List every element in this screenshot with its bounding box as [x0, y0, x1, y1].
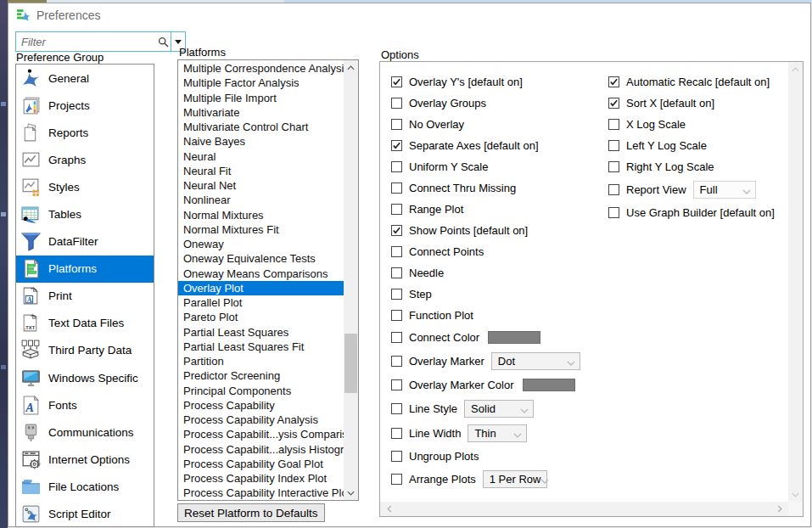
checkbox-line-style[interactable] — [391, 403, 402, 414]
platform-list-item-process-capability-goal-plot[interactable]: Process Capability Goal Plot — [178, 457, 344, 471]
reset-platform-button[interactable]: Reset Platform to Defaults — [177, 503, 325, 522]
platform-list-item-neural-fit[interactable]: Neural Fit — [178, 164, 344, 178]
color-swatch[interactable] — [488, 331, 540, 344]
tables-icon — [20, 204, 42, 225]
sidebar-item-label: File Locations — [48, 480, 119, 493]
platform-list-item-nonlinear[interactable]: Nonlinear — [178, 193, 344, 207]
platform-list-item-multivariate-control-chart[interactable]: Multivariate Control Chart — [178, 120, 344, 134]
platform-list-item-partial-least-squares-fit[interactable]: Partial Least Squares Fit — [178, 340, 344, 354]
options-horizontal-scrollbar[interactable] — [380, 502, 788, 516]
checkbox-connect-color[interactable] — [391, 332, 402, 343]
scroll-left-icon[interactable] — [382, 502, 396, 516]
fonts-icon: A — [20, 395, 42, 416]
dropdown-report-view[interactable]: Full — [693, 181, 756, 199]
sidebar-item-general[interactable]: General — [16, 65, 154, 92]
scroll-down-icon[interactable] — [788, 487, 803, 502]
sidebar-item-communications[interactable]: Communications — [16, 418, 154, 446]
sidebar-item-datafilter[interactable]: DataFilter — [16, 228, 154, 256]
checkbox-no-overlay[interactable] — [391, 119, 402, 130]
platform-list-item-normal-mixtures[interactable]: Normal Mixtures — [178, 208, 344, 222]
sidebar-item-print[interactable]: APrint — [16, 283, 154, 310]
color-swatch[interactable] — [523, 379, 575, 391]
platform-list-item-naive-bayes[interactable]: Naive Bayes — [178, 134, 344, 149]
platform-list-item-oneway-equivalence-tests[interactable]: Oneway Equivalence Tests — [178, 251, 344, 266]
platform-list-item-principal-components[interactable]: Principal Components — [178, 384, 344, 398]
sidebar-item-graphs[interactable]: Graphs — [16, 146, 154, 173]
checkbox-connect-thru-missing[interactable] — [391, 183, 402, 194]
option-row-sort-x-default-on: Sort X [default on] — [608, 93, 790, 114]
sidebar-item-projects[interactable]: Projects — [16, 92, 154, 119]
platform-list-item-overlay-plot[interactable]: Overlay Plot — [178, 281, 344, 295]
checkbox-overlay-marker[interactable] — [391, 356, 402, 367]
data-filter-icon — [20, 231, 42, 252]
sidebar-item-script-editor[interactable]: Script Editor — [16, 501, 154, 528]
sidebar-item-platforms[interactable]: Platforms — [16, 256, 154, 283]
platform-list-item-process-capabilit-ysis-comparisons[interactable]: Process Capabilit...ysis Comparisons — [178, 427, 344, 441]
sidebar-item-tables[interactable]: Tables — [16, 200, 154, 227]
checkbox-x-log-scale[interactable] — [608, 119, 619, 130]
platform-list-item-process-capability-analysis[interactable]: Process Capability Analysis — [178, 413, 344, 427]
sidebar-item-text-data-files[interactable]: .TXTText Data Files — [16, 310, 154, 337]
option-row-step: Step — [391, 284, 608, 305]
platform-list-item-oneway[interactable]: Oneway — [178, 237, 344, 251]
checkbox-needle[interactable] — [391, 267, 402, 278]
checkbox-left-y-log-scale[interactable] — [608, 140, 619, 151]
filter-input[interactable] — [16, 32, 155, 51]
platform-list-item-normal-mixtures-fit[interactable]: Normal Mixtures Fit — [178, 222, 344, 237]
checkbox-separate-axes-default-on[interactable] — [391, 140, 402, 151]
checkbox-report-view[interactable] — [608, 184, 619, 195]
platform-list-item-pareto-plot[interactable]: Pareto Plot — [178, 310, 344, 324]
checkbox-automatic-recalc-default-on[interactable] — [608, 76, 619, 87]
platform-list-item-process-capability[interactable]: Process Capability — [178, 398, 344, 413]
checkbox-show-points-default-on[interactable] — [391, 225, 402, 236]
platform-list-item-process-capabilit-alysis-histogram[interactable]: Process Capabilit...alysis Histogram — [178, 442, 344, 457]
sidebar-item-reports[interactable]: Reports — [16, 119, 154, 146]
platform-list-item-multiple-factor-analysis[interactable]: Multiple Factor Analysis — [178, 76, 344, 90]
platform-list-item-process-capability-index-plot[interactable]: Process Capability Index Plot — [178, 471, 344, 486]
dropdown-line-style[interactable]: Solid — [464, 400, 534, 418]
checkbox-sort-x-default-on[interactable] — [608, 98, 619, 109]
platform-list-item-oneway-means-comparisons[interactable]: Oneway Means Comparisons — [178, 267, 344, 281]
scroll-right-icon[interactable] — [772, 502, 787, 516]
scroll-up-icon[interactable] — [788, 62, 803, 76]
checkbox-right-y-log-scale[interactable] — [608, 161, 619, 172]
platform-list-item-process-capability-interactive-plot[interactable]: Process Capability Interactive Plot — [178, 486, 344, 500]
option-row-overlay-marker: Overlay MarkerDot — [391, 349, 608, 374]
scroll-down-icon[interactable] — [344, 486, 358, 500]
sidebar-item-styles[interactable]: Styles — [16, 173, 154, 200]
platform-list-scrollbar[interactable] — [344, 60, 358, 500]
checkbox-overlay-marker-color[interactable] — [391, 379, 402, 390]
dropdown-arrange-plots[interactable]: 1 Per Row — [483, 470, 547, 488]
platform-list-item-partial-least-squares[interactable]: Partial Least Squares — [178, 325, 344, 340]
checkbox-use-graph-builder-default-on[interactable] — [608, 207, 619, 218]
platform-list-item-neural-net[interactable]: Neural Net — [178, 178, 344, 193]
checkbox-overlay-groups[interactable] — [391, 98, 402, 109]
checkbox-arrange-plots[interactable] — [391, 474, 402, 485]
platform-list-item-multiple-file-import[interactable]: Multiple File Import — [178, 91, 344, 105]
checkbox-ungroup-plots[interactable] — [391, 451, 402, 462]
scroll-up-icon[interactable] — [344, 60, 358, 75]
sidebar-item-internet-options[interactable]: Internet Options — [16, 446, 154, 473]
dropdown-line-width[interactable]: Thin — [468, 424, 527, 442]
checkbox-connect-points[interactable] — [391, 246, 402, 257]
checkbox-range-plot[interactable] — [391, 204, 402, 215]
sidebar-item-third-party-data[interactable]: Third Party Data — [16, 337, 154, 364]
platform-list-item-predictor-screening[interactable]: Predictor Screening — [178, 368, 344, 383]
platform-list-item-parallel-plot[interactable]: Parallel Plot — [178, 295, 344, 310]
checkbox-step[interactable] — [391, 289, 402, 300]
sidebar-item-windows-specific[interactable]: Windows Specific — [16, 364, 154, 391]
platform-list-item-multivariate[interactable]: Multivariate — [178, 105, 344, 120]
platform-list-item-multiple-correspondence-analysis[interactable]: Multiple Correspondence Analysis — [178, 61, 344, 76]
scrollbar-thumb[interactable] — [344, 334, 357, 393]
platform-list-item-neural[interactable]: Neural — [178, 149, 344, 164]
checkbox-function-plot[interactable] — [391, 310, 402, 321]
sidebar-item-fonts[interactable]: AFonts — [16, 391, 154, 418]
dropdown-overlay-marker[interactable]: Dot — [491, 352, 580, 370]
sidebar-item-file-locations[interactable]: File Locations — [16, 473, 154, 500]
checkbox-line-width[interactable] — [391, 428, 402, 439]
checkbox-uniform-y-scale[interactable] — [391, 161, 402, 172]
option-row-connect-color: Connect Color — [391, 326, 608, 349]
platform-list-item-partition[interactable]: Partition — [178, 354, 344, 368]
options-vertical-scrollbar[interactable] — [788, 62, 803, 502]
checkbox-overlay-y-s-default-on[interactable] — [391, 76, 402, 87]
